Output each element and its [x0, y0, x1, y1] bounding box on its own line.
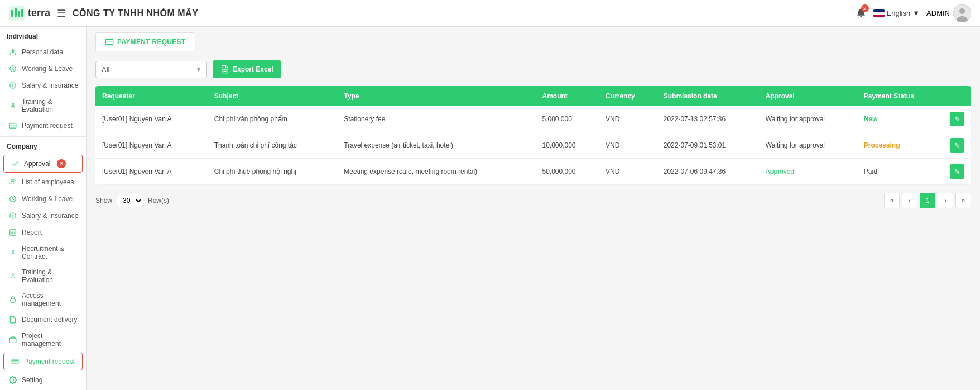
sidebar-label-payment-ind: Payment request — [22, 122, 73, 130]
sidebar-label-document-delivery: Document delivery — [22, 316, 77, 324]
filter-select[interactable]: All — [95, 61, 207, 78]
payment-icon-co — [11, 357, 20, 366]
sidebar-item-salary-insurance-ind[interactable]: $ Salary & Insurance — [0, 77, 86, 94]
cell-edit-2: ✎ — [943, 132, 971, 159]
table-body: [User01] Nguyen Van A Chi phí văn phòng … — [95, 106, 971, 185]
cell-type-3: Meeting expense (café, meeting room rent… — [337, 159, 535, 185]
sidebar-label-project-mgmt: Project management — [22, 332, 79, 348]
svg-point-8 — [12, 49, 15, 52]
pag-next-btn[interactable]: › — [938, 193, 953, 208]
cell-subject-1: Chi phí văn phòng phẩm — [208, 106, 338, 132]
sidebar-label-setting: Setting — [22, 376, 42, 384]
svg-rect-27 — [9, 338, 16, 343]
sidebar-item-project-mgmt[interactable]: Project management — [0, 328, 86, 351]
money-icon-ind: $ — [8, 81, 17, 90]
sidebar-divider — [0, 136, 86, 137]
clock-icon-ind — [8, 64, 17, 73]
sidebar-item-report[interactable]: Report — [0, 224, 86, 241]
training-icon-ind — [8, 101, 17, 110]
sidebar-item-list-employees[interactable]: List of employees — [0, 174, 86, 191]
flag-icon — [873, 9, 885, 17]
cell-subject-3: Chi phí thuê phòng hội nghị — [208, 159, 338, 185]
cell-date-2: 2022-07-09 01:53:01 — [657, 132, 759, 159]
lang-chevron-icon: ▼ — [912, 9, 920, 17]
hamburger-menu[interactable]: ☰ — [57, 7, 66, 20]
sidebar-item-document-delivery[interactable]: Document delivery — [0, 311, 86, 328]
sidebar-label-recruitment: Recruitment & Contract — [22, 245, 79, 260]
sidebar-label-working-leave-ind: Working & Leave — [22, 65, 73, 73]
svg-point-6 — [959, 8, 965, 14]
tab-payment-icon — [105, 37, 114, 46]
pag-prev-btn[interactable]: ‹ — [902, 193, 917, 208]
sidebar-label-payment-co: Payment request — [24, 358, 75, 365]
sidebar-label-training-ind: Training & Evaluation — [22, 98, 79, 113]
pag-first-btn[interactable]: « — [884, 193, 900, 208]
content-area: All Export Excel Request — [87, 51, 980, 217]
sidebar-item-training-ind[interactable]: Training & Evaluation — [0, 94, 86, 117]
approval-badge-3: Approved — [766, 168, 794, 175]
project-icon — [8, 335, 17, 344]
cell-requester-1: [User01] Nguyen Van A — [95, 106, 208, 132]
sidebar-item-personal-data[interactable]: Personal data — [0, 44, 86, 60]
admin-user[interactable]: ADMIN — [926, 4, 971, 22]
header-left: terra ☰ CÔNG TY TNHH NHÓM MÂY — [9, 6, 198, 21]
sidebar-item-access-mgmt[interactable]: Access management — [0, 288, 86, 311]
cell-subject-2: Thanh toán chi phí công tác — [208, 132, 338, 159]
toolbar-row: All Export Excel — [95, 60, 971, 78]
sidebar-item-setting[interactable]: Setting — [0, 372, 86, 388]
rows-per-page-select[interactable]: 30 — [117, 194, 143, 207]
sidebar-item-approval[interactable]: Approval 8 — [3, 155, 83, 173]
col-submission-date: Submission date — [657, 86, 759, 106]
notification-bell[interactable]: 2 — [856, 7, 867, 20]
export-label: Export Excel — [233, 65, 273, 73]
cell-status-1: New — [857, 106, 943, 132]
excel-icon — [220, 65, 229, 74]
col-currency: Currency — [599, 86, 657, 106]
avatar — [953, 4, 971, 22]
sidebar-item-payment-co[interactable]: Payment request — [3, 353, 83, 370]
sidebar-item-working-leave-ind[interactable]: Working & Leave — [0, 60, 86, 77]
payment-table: Requester Subject Type Amount Currency S… — [95, 86, 971, 185]
col-amount: Amount — [535, 86, 599, 106]
export-excel-button[interactable]: Export Excel — [213, 60, 281, 78]
cell-amount-3: 50,000,000 — [535, 159, 599, 185]
pagination-row: Show 30 Row(s) « ‹ 1 › » — [95, 193, 971, 208]
main-layout: Individual Personal data Working & Leave… — [0, 27, 980, 390]
sidebar-item-recruitment[interactable]: Recruitment & Contract — [0, 241, 86, 264]
svg-rect-28 — [12, 359, 18, 364]
rows-label: Row(s) — [148, 197, 169, 204]
payment-request-tab[interactable]: PAYMENT REQUEST — [95, 32, 195, 51]
cell-status-3: Paid — [857, 159, 943, 185]
col-subject: Subject — [208, 86, 338, 106]
svg-point-16 — [13, 179, 15, 182]
sidebar-label-list-employees: List of employees — [22, 178, 74, 186]
pag-page-1-btn[interactable]: 1 — [920, 193, 935, 208]
sidebar-label-salary-co: Salary & Insurance — [22, 212, 78, 220]
main-content: PAYMENT REQUEST All Exp — [87, 27, 980, 390]
cell-currency-1: VND — [599, 106, 657, 132]
training-icon-co — [8, 272, 17, 280]
table-row: [User01] Nguyen Van A Chi phí thuê phòng… — [95, 159, 971, 185]
top-header: terra ☰ CÔNG TY TNHH NHÓM MÂY 2 English … — [0, 0, 980, 27]
svg-point-30 — [12, 379, 14, 381]
col-payment-status: Payment Status — [857, 86, 943, 106]
sidebar-label-approval: Approval — [24, 160, 50, 168]
sidebar-item-training-co[interactable]: Training & Evaluation — [0, 264, 86, 288]
status-badge-2: Processing — [864, 141, 900, 149]
logo[interactable]: terra — [9, 6, 50, 21]
edit-button-2[interactable]: ✎ — [950, 138, 964, 153]
employees-icon — [8, 178, 17, 187]
edit-button-1[interactable]: ✎ — [950, 112, 964, 126]
sidebar-item-salary-co[interactable]: $ Salary & Insurance — [0, 207, 86, 224]
sidebar-item-working-leave-co[interactable]: Working & Leave — [0, 191, 86, 207]
pag-last-btn[interactable]: » — [955, 193, 971, 208]
language-selector[interactable]: English ▼ — [873, 9, 920, 17]
sidebar-item-payment-ind[interactable]: Payment request — [0, 117, 86, 134]
svg-point-15 — [11, 179, 13, 182]
sidebar-label-personal-data: Personal data — [22, 48, 63, 56]
sidebar: Individual Personal data Working & Leave… — [0, 27, 87, 390]
gear-icon — [8, 375, 17, 384]
company-title: CÔNG TY TNHH NHÓM MÂY — [73, 8, 198, 18]
edit-button-3[interactable]: ✎ — [950, 164, 964, 179]
cell-currency-3: VND — [599, 159, 657, 185]
